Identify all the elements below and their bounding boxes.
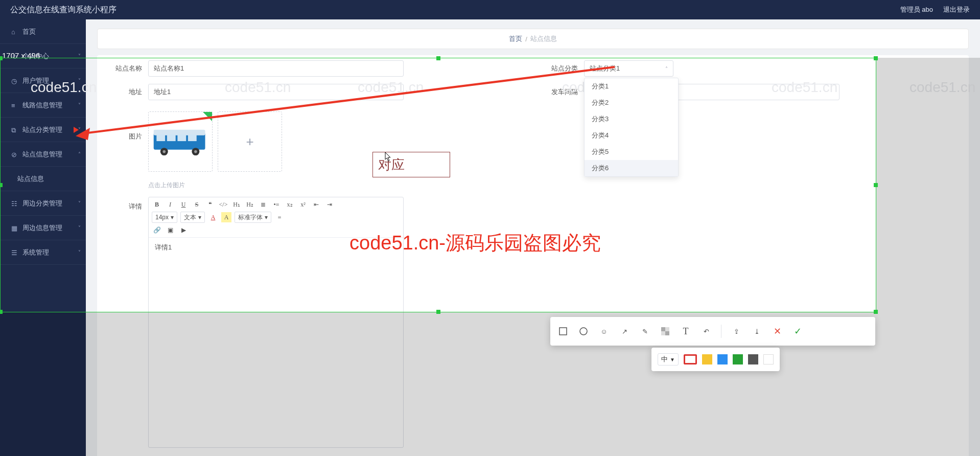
sidebar-item-nearby-cat[interactable]: ☷ 周边分类管理 ˅ xyxy=(0,191,86,216)
dropdown-option[interactable]: 分类3 xyxy=(585,111,678,127)
mosaic-tool-icon[interactable] xyxy=(660,326,671,337)
logout-link[interactable]: 退出登录 xyxy=(943,5,970,14)
video-icon[interactable]: ▶ xyxy=(178,225,189,235)
size-select[interactable]: 中 ▼ xyxy=(658,353,679,366)
station-cat-select[interactable]: 站点分类1 ˄ xyxy=(584,60,673,77)
font-size-select[interactable]: 14px▾ xyxy=(152,212,177,223)
image-label: 图片 xyxy=(107,111,148,141)
dropdown-option[interactable]: 分类4 xyxy=(585,127,678,144)
download-tool-icon[interactable]: ⤓ xyxy=(751,326,762,337)
sidebar-item-station-info-sub[interactable]: 站点信息 xyxy=(0,167,86,191)
sidebar-item-label: 周边信息管理 xyxy=(22,223,79,233)
sidebar-item-station-cat[interactable]: ⧉ 站点分类管理 ˅ xyxy=(0,118,86,142)
breadcrumb-home[interactable]: 首页 xyxy=(509,34,522,43)
screenshot-toolbar: ☺ ↗ ✎ T ↶ ⇪ ⤓ ✕ ✓ xyxy=(550,317,875,346)
undo-tool-icon[interactable]: ↶ xyxy=(701,326,712,337)
ol-icon[interactable]: ≣ xyxy=(258,199,268,210)
cancel-tool-icon[interactable]: ✕ xyxy=(772,326,783,337)
svg-point-9 xyxy=(194,150,197,153)
detail-label: 详情 xyxy=(107,197,148,211)
chevron-down-icon: ˅ xyxy=(78,127,81,132)
caret-icon: ▾ xyxy=(265,214,268,221)
address-input[interactable] xyxy=(148,84,404,100)
indent-icon[interactable]: ⇤ xyxy=(311,199,321,210)
code-icon[interactable]: </> xyxy=(218,199,228,210)
link-icon[interactable]: 🔗 xyxy=(152,225,162,235)
strike-icon[interactable]: S xyxy=(192,199,202,210)
text-tool-icon[interactable]: T xyxy=(680,326,691,337)
bus-image xyxy=(152,124,209,159)
ul-icon[interactable]: •≡ xyxy=(271,199,282,210)
h1-icon[interactable]: H₁ xyxy=(231,199,242,210)
color-swatch-red[interactable] xyxy=(684,354,697,364)
sidebar-item-label: 线路信息管理 xyxy=(22,101,79,110)
arrow-tool-icon[interactable]: ↗ xyxy=(619,326,630,337)
color-swatch-yellow[interactable] xyxy=(702,354,712,364)
quote-icon[interactable]: ❝ xyxy=(205,199,215,210)
sidebar-item-users[interactable]: ◷ 用户管理 ˅ xyxy=(0,69,86,93)
sidebar-item-home[interactable]: ⌂ 首页 xyxy=(0,19,86,44)
align-icon[interactable]: ≡ xyxy=(274,212,285,222)
toolbar-divider xyxy=(721,325,721,338)
h2-icon[interactable]: H₂ xyxy=(245,199,255,210)
confirm-tool-icon[interactable]: ✓ xyxy=(792,326,803,337)
app-title: 公交信息在线查询系统小程序 xyxy=(10,5,116,15)
text-color-icon[interactable]: A xyxy=(208,212,218,222)
uploaded-image-thumb[interactable] xyxy=(148,111,213,172)
outdent-icon[interactable]: ⇥ xyxy=(324,199,335,210)
station-name-input[interactable] xyxy=(148,60,404,77)
home-icon: ⌂ xyxy=(11,28,18,35)
bg-color-icon[interactable]: A xyxy=(221,212,231,222)
size-value: 中 xyxy=(661,355,668,364)
sub-icon[interactable]: x₂ xyxy=(285,199,295,210)
sidebar-item-route[interactable]: ≡ 线路信息管理 ˅ xyxy=(0,93,86,118)
app-header: 公交信息在线查询系统小程序 管理员 abo 退出登录 xyxy=(0,0,980,19)
dropdown-option[interactable]: 分类1 xyxy=(585,78,678,95)
bold-icon[interactable]: B xyxy=(152,199,162,210)
grid-icon: ▦ xyxy=(11,224,18,232)
success-corner-icon xyxy=(203,112,212,121)
dropdown-option[interactable]: 分类2 xyxy=(585,95,678,111)
dropdown-option[interactable]: 分类5 xyxy=(585,144,678,160)
share-tool-icon[interactable]: ⇪ xyxy=(731,326,742,337)
text-tool-popover: 中 ▼ xyxy=(651,348,780,371)
chevron-up-icon: ˄ xyxy=(78,151,81,157)
circle-tool-icon[interactable] xyxy=(578,326,589,337)
admin-label[interactable]: 管理员 abo xyxy=(900,5,933,14)
caret-icon: ▾ xyxy=(171,214,174,221)
interval-label: 发车间隔 xyxy=(543,87,584,97)
color-swatch-white[interactable] xyxy=(763,354,774,364)
sidebar: ⌂ 首页 ☺ 个人中心 ˅ ◷ 用户管理 ˅ ≡ 线路信息管理 ˅ ⧉ 站点分类… xyxy=(0,19,86,456)
color-swatch-green[interactable] xyxy=(733,354,743,364)
check-icon: ⊘ xyxy=(11,151,18,158)
editor-body[interactable]: 详情1 xyxy=(149,238,403,447)
svg-rect-15 xyxy=(661,327,665,331)
image-icon[interactable]: ▣ xyxy=(165,225,175,235)
sidebar-item-label: 周边分类管理 xyxy=(22,199,79,208)
underline-icon[interactable]: U xyxy=(178,199,189,210)
sidebar-item-label: 站点分类管理 xyxy=(22,125,79,134)
chevron-up-icon: ˄ xyxy=(665,66,668,72)
color-swatch-blue[interactable] xyxy=(717,354,728,364)
chevron-down-icon: ˅ xyxy=(78,53,81,59)
breadcrumb-current: 站点信息 xyxy=(530,34,557,43)
sidebar-item-station-info[interactable]: ⊘ 站点信息管理 ˄ xyxy=(0,142,86,167)
chevron-down-icon: ˅ xyxy=(78,200,81,206)
rect-tool-icon[interactable] xyxy=(557,326,569,337)
italic-icon[interactable]: I xyxy=(165,199,175,210)
add-image-button[interactable]: + xyxy=(218,111,282,172)
sidebar-item-profile[interactable]: ☺ 个人中心 ˅ xyxy=(0,44,86,69)
station-cat-dropdown: 分类1 分类2 分类3 分类4 分类5 分类6 xyxy=(584,78,679,177)
sidebar-item-system[interactable]: ☰ 系统管理 ˅ xyxy=(0,240,86,265)
svg-rect-5 xyxy=(188,134,197,141)
sidebar-item-label: 站点信息 xyxy=(17,174,79,184)
svg-point-8 xyxy=(162,150,166,153)
block-type-select[interactable]: 文本▾ xyxy=(180,212,205,223)
emoji-tool-icon[interactable]: ☺ xyxy=(598,326,610,337)
sup-icon[interactable]: x² xyxy=(298,199,308,210)
font-family-select[interactable]: 标准字体▾ xyxy=(235,212,271,223)
sidebar-item-nearby-info[interactable]: ▦ 周边信息管理 ˅ xyxy=(0,216,86,240)
color-swatch-gray[interactable] xyxy=(748,354,758,364)
pen-tool-icon[interactable]: ✎ xyxy=(639,326,650,337)
dropdown-option[interactable]: 分类6 xyxy=(585,160,678,176)
